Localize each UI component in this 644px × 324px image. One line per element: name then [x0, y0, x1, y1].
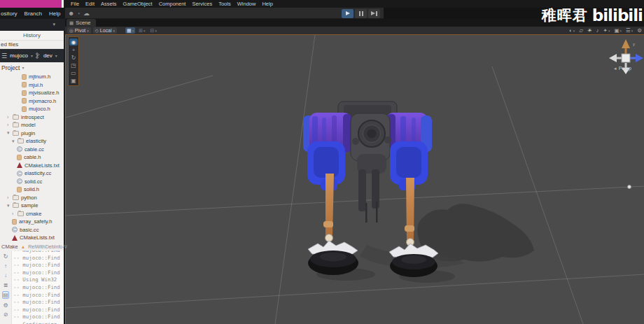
persp-label[interactable]: ◄ Persp — [613, 66, 631, 71]
unity-menu-window[interactable]: Window — [237, 1, 256, 7]
gizmos-dropdown[interactable]: ▣▾ — [614, 27, 622, 34]
branch-selector[interactable]: dev — [43, 52, 52, 59]
branch-icon — [36, 52, 41, 59]
tree-row-cable-cc[interactable]: Ccable.cc — [0, 146, 64, 154]
pivot-button[interactable]: ◎ Pivot ▾ — [67, 27, 91, 34]
rect-tool[interactable]: ▭ — [69, 69, 78, 76]
pause-button[interactable] — [355, 9, 367, 18]
view-tool[interactable]: ◉ — [69, 38, 78, 45]
chevron-expanded-icon[interactable]: ▾ — [7, 130, 10, 136]
account-caret-icon[interactable]: ▾ — [78, 11, 80, 15]
account-icon[interactable]: ☻ — [68, 10, 74, 17]
grid-snap-button[interactable]: ▦ ▾ — [125, 27, 135, 34]
cmake-panel-header[interactable]: CMake ▲ RelWithDebInfo-V — [0, 242, 64, 251]
floor-grid — [66, 35, 644, 324]
play-button[interactable] — [342, 9, 354, 18]
unity-menu-tools[interactable]: Tools — [218, 1, 231, 7]
tree-row-elasticity[interactable]: ▾elasticity — [0, 137, 64, 146]
console-tool-icon-5[interactable]: ⚙ — [3, 302, 8, 309]
chevron-expanded-icon[interactable]: ▾ — [7, 203, 10, 209]
scale-tool[interactable]: ◳ — [69, 62, 78, 69]
scene-viewport[interactable]: y ◉+↻◳▭▣ ◄ Persp — [65, 35, 644, 324]
console-tool-icon-0[interactable]: ↻ — [4, 253, 8, 260]
rotate-tool[interactable]: ↻ — [69, 54, 78, 61]
subbar-caret-icon[interactable]: ▾ — [52, 22, 55, 27]
git-menu-help[interactable]: Help — [49, 10, 60, 17]
unity-menu-assets[interactable]: Assets — [101, 1, 117, 7]
tree-row-model[interactable]: ›model — [0, 121, 64, 129]
render-mode-dropdown-icon: ◐ — [569, 27, 573, 34]
move-snap-button[interactable]: ⊞ ▾ — [137, 27, 146, 34]
tree-row-introspect[interactable]: ›introspect — [0, 113, 64, 122]
git-menu-ository[interactable]: ository — [1, 10, 18, 17]
history-tab[interactable]: History — [0, 31, 64, 41]
tree-row-mjvisualize-h[interactable]: mjvisualize.h — [0, 89, 64, 97]
cmake-profile-label: RelWithDebInfo-V — [28, 244, 67, 249]
transform-tool[interactable]: ▣ — [69, 77, 78, 84]
audio-toggle[interactable]: ♪ — [596, 27, 599, 34]
tree-row-solid-h[interactable]: solid.h — [0, 185, 64, 194]
scene-tool-strip: ◉+↻◳▭▣ — [68, 36, 79, 86]
chevron-expanded-icon[interactable]: ▾ — [12, 139, 15, 144]
chevron-collapsed-icon[interactable]: › — [12, 211, 15, 216]
tree-item-label: cmake — [26, 211, 41, 217]
render-mode-dropdown[interactable]: ◐▾ — [569, 27, 575, 34]
cloud-icon[interactable]: ☁ — [83, 10, 90, 17]
settings-gear[interactable]: ⚙ — [637, 27, 642, 34]
tree-row-cmake[interactable]: ›cmake — [0, 210, 64, 218]
unity-menu-file[interactable]: File — [71, 1, 79, 7]
move-tool[interactable]: + — [69, 46, 78, 53]
folder-icon — [13, 115, 19, 120]
console-line: -- mujoco::Find — [13, 269, 64, 277]
tree-row-mjxmacro-h[interactable]: mjxmacro.h — [0, 97, 64, 106]
repo-selector[interactable]: mujoco — [10, 52, 28, 59]
git-menu-branch[interactable]: Branch — [24, 10, 42, 17]
effects-dropdown[interactable]: ✦▾ — [603, 27, 610, 34]
console-tool-icon-1[interactable]: ↑ — [4, 263, 7, 269]
tree-item-label: elasticity.cc — [24, 170, 51, 176]
tree-row-mjui-h[interactable]: mjui.h — [0, 81, 64, 90]
light-handle-dot[interactable] — [627, 185, 631, 189]
tree-row-cmakelists-txt[interactable]: CMakeLists.txt — [0, 162, 64, 170]
hamburger-icon[interactable]: ☰ — [1, 52, 7, 59]
tree-row-mujoco-h[interactable]: mujoco.h — [0, 105, 64, 113]
pivot-label: Pivot — [75, 28, 86, 33]
tree-item-label: mujoco.h — [29, 106, 50, 112]
tree-row-python[interactable]: ›python — [0, 194, 64, 202]
project-header[interactable]: Project ▾ — [0, 62, 64, 73]
tree-row-sample[interactable]: ▾sample — [0, 202, 64, 210]
tree-row-basic-cc[interactable]: Cbasic.cc — [0, 226, 64, 234]
unity-menu-help[interactable]: Help — [262, 1, 272, 7]
unity-menu-component[interactable]: Component — [159, 1, 186, 7]
tree-row-elasticity-cc[interactable]: Celasticity.cc — [0, 169, 64, 178]
step-button[interactable] — [368, 9, 380, 18]
audio-toggle-icon: ♪ — [596, 27, 599, 34]
console-tool-icon-4[interactable]: ▤ — [2, 291, 9, 299]
console-tool-icon-6[interactable]: ⊘ — [4, 311, 8, 318]
chevron-collapsed-icon[interactable]: › — [7, 115, 10, 120]
scale-snap-button[interactable]: ⊟ ▾ — [149, 27, 158, 34]
chevron-collapsed-icon[interactable]: › — [7, 122, 10, 127]
lighting-toggle[interactable]: ☀ — [587, 27, 592, 34]
overflow-dropdown[interactable]: ☰▾ — [626, 27, 633, 34]
unity-menu-services[interactable]: Services — [192, 1, 212, 7]
tree-row-plugin[interactable]: ▾plugin — [0, 129, 64, 138]
local-button[interactable]: ◇ Local ▾ — [93, 27, 117, 34]
tree-row-array_safety-h[interactable]: array_safety.h — [0, 218, 64, 226]
console-tool-icon-2[interactable]: ↓ — [4, 272, 7, 279]
tree-row-cmakelists-txt[interactable]: CMakeLists.txt — [0, 234, 64, 242]
tree-row-cable-h[interactable]: cable.h — [0, 153, 64, 162]
unity-menu-edit[interactable]: Edit — [85, 1, 94, 7]
unity-menu-gameobject[interactable]: GameObject — [123, 1, 153, 7]
tree-row-solid-cc[interactable]: Csolid.cc — [0, 178, 64, 186]
console-tool-icon-3[interactable]: ≣ — [4, 282, 8, 288]
tree-row-mjtnum-h[interactable]: mjtnum.h — [0, 73, 64, 81]
grid-snap-caret-icon: ▾ — [132, 29, 134, 33]
tree-item-label: model — [21, 122, 36, 128]
chevron-collapsed-icon[interactable]: › — [7, 195, 10, 200]
screenshot-root: FileEditAssetsGameObjectComponentService… — [0, 0, 644, 324]
2d-toggle[interactable]: ▱ — [579, 27, 583, 34]
warning-icon: ▲ — [21, 244, 25, 249]
tab-scene[interactable]: ▦ Scene — [66, 19, 96, 27]
changed-files-row[interactable]: ed files — [0, 41, 64, 49]
